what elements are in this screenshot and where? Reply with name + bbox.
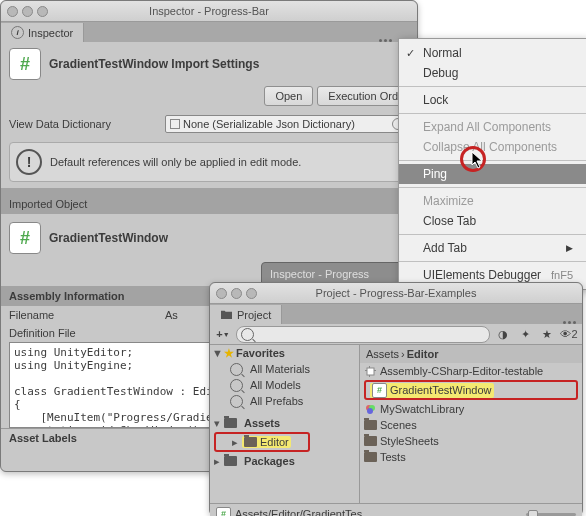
breadcrumb[interactable]: Assets › Editor (360, 345, 582, 363)
fav-all-materials[interactable]: All Materials (250, 363, 310, 375)
search-icon (230, 395, 243, 408)
add-button[interactable]: +▼ (214, 326, 232, 342)
exec-order-button[interactable]: Execution Ord (317, 86, 409, 106)
window-traffic-lights[interactable] (7, 6, 48, 17)
footer-path: Assets/Editor/GradientTes (235, 508, 362, 516)
imported-section-label: Imported Object (1, 194, 417, 214)
crumb-assets[interactable]: Assets (366, 348, 399, 360)
tab-options-icon[interactable] (563, 321, 576, 324)
tab-project-label: Project (237, 309, 271, 321)
save-button[interactable]: ★ (538, 326, 556, 342)
menu-debug[interactable]: Debug (399, 63, 586, 83)
check-icon: ✓ (406, 47, 415, 60)
menu-collapse: Collapse All Components (399, 137, 586, 157)
hidden-button[interactable]: 👁2 (560, 326, 578, 342)
import-title: GradientTestWindow Import Settings (49, 57, 259, 71)
favorites-label[interactable]: Favorites (236, 347, 285, 359)
script-icon: # (9, 222, 41, 254)
svg-rect-1 (365, 370, 367, 371)
script-icon: # (372, 383, 387, 398)
tab-project[interactable]: Project (210, 305, 282, 324)
menu-ping[interactable]: Ping (399, 164, 586, 184)
tooltip-label: Inspector - Progress (262, 268, 377, 280)
script-icon: # (216, 507, 231, 517)
warning-text: Default references will only be applied … (50, 156, 301, 168)
menu-lock[interactable]: Lock (399, 90, 586, 110)
filename-label: Filename (9, 309, 159, 321)
folder-icon (224, 456, 237, 466)
project-tab-icon (220, 309, 233, 320)
tree-editor[interactable]: Editor (260, 436, 289, 448)
item-gradienttestwindow[interactable]: GradientTestWindow (390, 384, 492, 396)
window-traffic-lights[interactable] (216, 288, 257, 299)
script-icon: # (9, 48, 41, 80)
crumb-editor[interactable]: Editor (407, 348, 439, 360)
menu-normal[interactable]: ✓Normal (399, 43, 586, 63)
project-window-title: Project - Progress-Bar-Examples (316, 287, 477, 299)
imported-object-name: GradientTestWindow (49, 231, 168, 245)
folder-icon (224, 418, 237, 428)
svg-rect-3 (369, 366, 370, 368)
warning-icon: ! (16, 149, 42, 175)
warning-box: ! Default references will only be applie… (9, 142, 409, 182)
filter-type-button[interactable]: ◑ (494, 326, 512, 342)
search-icon (241, 328, 254, 341)
view-dict-field[interactable]: None (Serializable Json Dictionary) (165, 115, 409, 133)
assembly-icon (364, 365, 377, 378)
inspector-titlebar[interactable]: Inspector - Progress-Bar (1, 1, 417, 22)
crumb-sep-icon: › (401, 348, 405, 360)
tab-inspector[interactable]: i Inspector (1, 23, 84, 42)
open-button[interactable]: Open (264, 86, 313, 106)
submenu-arrow-icon: ▶ (566, 243, 573, 253)
menu-add-tab[interactable]: Add Tab▶ (399, 238, 586, 258)
inspector-tabs: i Inspector (1, 22, 417, 42)
project-list[interactable]: Assets › Editor Assembly-CSharp-Editor-t… (360, 345, 582, 503)
folder-icon (364, 436, 377, 446)
menu-close-tab[interactable]: Close Tab (399, 211, 586, 231)
expand-icon[interactable]: ▼ (212, 347, 222, 359)
inspector-icon: i (11, 26, 24, 39)
project-tree[interactable]: ▼★Favorites All Materials All Models All… (210, 345, 360, 503)
folder-icon (364, 452, 377, 462)
menu-maximize: Maximize (399, 191, 586, 211)
search-input[interactable] (236, 326, 490, 343)
collapse-icon[interactable]: ▸ (230, 436, 240, 449)
item-swatch[interactable]: MySwatchLibrary (380, 403, 464, 415)
def-file-label: Definition File (9, 327, 159, 339)
tree-packages[interactable]: Packages (244, 455, 295, 467)
inspector-window-title: Inspector - Progress-Bar (149, 5, 269, 17)
folder-icon (364, 420, 377, 430)
fav-all-models[interactable]: All Models (250, 379, 301, 391)
swatch-icon (364, 403, 377, 416)
svg-point-7 (367, 408, 373, 414)
project-tabs: Project (210, 304, 582, 324)
menu-expand: Expand All Components (399, 117, 586, 137)
tab-inspector-label: Inspector (28, 27, 73, 39)
search-icon (230, 363, 243, 376)
collapse-icon[interactable]: ▸ (212, 455, 222, 468)
svg-rect-0 (367, 368, 374, 375)
fav-all-prefabs[interactable]: All Prefabs (250, 395, 303, 407)
project-toolbar: +▼ ◑ ✦ ★ 👁2 (210, 324, 582, 345)
search-icon (230, 379, 243, 392)
project-footer: # Assets/Editor/GradientTes (210, 503, 582, 516)
item-styles[interactable]: StyleSheets (380, 435, 439, 447)
svg-rect-2 (374, 370, 376, 371)
item-assembly[interactable]: Assembly-CSharp-Editor-testable (380, 365, 543, 377)
project-window: Project - Progress-Bar-Examples Project … (209, 282, 583, 516)
view-dict-value: None (Serializable Json Dictionary) (183, 118, 355, 130)
project-titlebar[interactable]: Project - Progress-Bar-Examples (210, 283, 582, 304)
filter-label-button[interactable]: ✦ (516, 326, 534, 342)
star-icon: ★ (224, 347, 234, 360)
item-scenes[interactable]: Scenes (380, 419, 417, 431)
item-tests[interactable]: Tests (380, 451, 406, 463)
svg-rect-4 (369, 375, 370, 377)
tree-assets[interactable]: Assets (244, 417, 280, 429)
view-dict-label: View Data Dictionary (9, 118, 159, 130)
import-header: # GradientTestWindow Import Settings (1, 42, 417, 86)
shortcut-label: fnF5 (551, 269, 573, 281)
context-menu: ✓Normal Debug Lock Expand All Components… (398, 38, 586, 290)
filename-value: As (165, 309, 178, 321)
expand-icon[interactable]: ▾ (212, 417, 222, 430)
thumbnail-size-slider[interactable] (526, 513, 576, 516)
